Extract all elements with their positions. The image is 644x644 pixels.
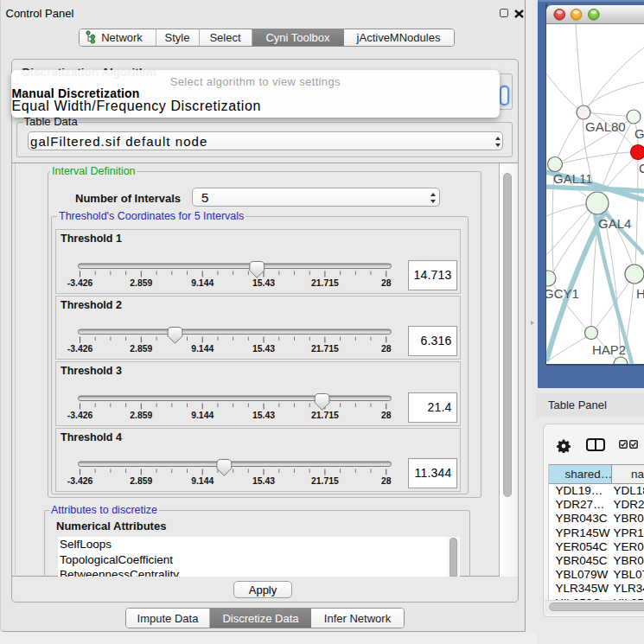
svg-text:GA: GA xyxy=(634,126,644,141)
svg-text:28: 28 xyxy=(381,476,392,486)
svg-text:2.859: 2.859 xyxy=(130,410,152,419)
svg-text:15.43: 15.43 xyxy=(252,410,274,419)
svg-text:21.715: 21.715 xyxy=(311,476,339,486)
svg-text:2.859: 2.859 xyxy=(130,344,152,354)
svg-text:9.144: 9.144 xyxy=(191,476,214,486)
svg-text:-3.426: -3.426 xyxy=(67,410,92,419)
svg-text:-3.426: -3.426 xyxy=(67,476,92,486)
svg-text:2.859: 2.859 xyxy=(130,277,152,287)
svg-text:21.715: 21.715 xyxy=(311,344,339,354)
svg-text:28: 28 xyxy=(381,277,392,287)
svg-text:GAL80: GAL80 xyxy=(585,119,626,134)
svg-text:GAL11: GAL11 xyxy=(553,171,593,186)
svg-text:-3.426: -3.426 xyxy=(67,344,92,354)
svg-text:GCY1: GCY1 xyxy=(546,286,579,301)
svg-text:9.144: 9.144 xyxy=(191,410,214,419)
svg-text:15.43: 15.43 xyxy=(252,476,274,486)
svg-text:9.144: 9.144 xyxy=(191,344,214,354)
svg-text:21.715: 21.715 xyxy=(311,277,339,287)
svg-text:GAL4: GAL4 xyxy=(598,216,631,231)
svg-text:HA: HA xyxy=(636,286,644,301)
svg-text:28: 28 xyxy=(381,344,392,354)
svg-text:21.715: 21.715 xyxy=(311,410,339,419)
svg-text:HAP2: HAP2 xyxy=(592,342,626,357)
svg-text:28: 28 xyxy=(381,410,392,419)
svg-text:-3.426: -3.426 xyxy=(67,277,92,287)
svg-text:9.144: 9.144 xyxy=(191,277,214,287)
svg-text:15.43: 15.43 xyxy=(252,344,274,354)
svg-text:CY: CY xyxy=(639,161,644,175)
svg-text:2.859: 2.859 xyxy=(130,476,152,486)
svg-text:15.43: 15.43 xyxy=(252,277,274,287)
